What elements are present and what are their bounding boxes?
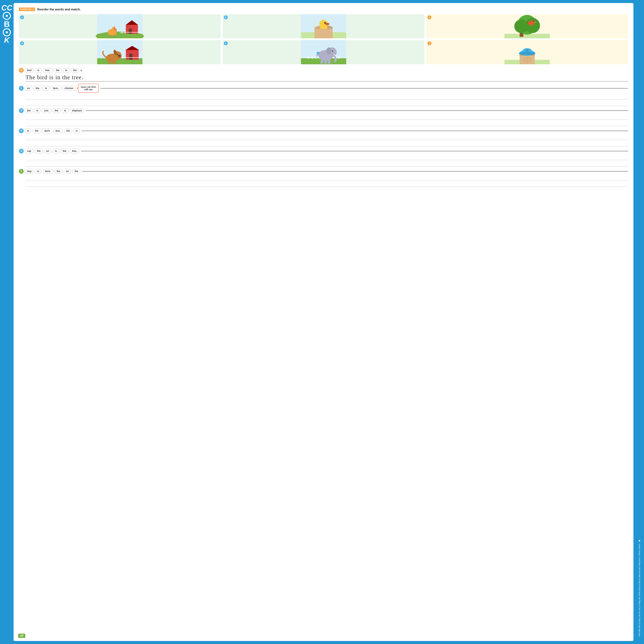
svg-point-51: [117, 54, 119, 55]
word-on-5: on: [64, 169, 71, 174]
word-is-4: is: [53, 149, 59, 153]
svg-point-26: [324, 22, 326, 24]
row-number-1: 1: [19, 86, 24, 91]
writing-lines-4: [26, 155, 628, 166]
logo-b: B: [4, 20, 10, 28]
word-bird: bird: [25, 68, 34, 73]
scene-c-svg: [426, 14, 628, 38]
right-sidebar-content: Build-up1B-Có đáp án (theo bộ sách Tiếng…: [638, 0, 641, 639]
image-label-d: d: [20, 41, 24, 45]
sentence-row-4: 4 cap the on is the box.: [19, 149, 628, 153]
word-on-1: on: [25, 86, 32, 91]
image-label-a: a: [20, 15, 24, 19]
svg-rect-77: [324, 59, 327, 64]
logo-dot2: [6, 31, 8, 33]
word-is-5: is: [35, 169, 42, 174]
scene-f-svg: [426, 40, 628, 64]
image-cell-e: e zoo: [223, 40, 425, 64]
word-the-3a: the: [32, 128, 41, 133]
row-number-2: 2: [19, 108, 24, 113]
image-cell-f: f: [426, 40, 628, 64]
word-is-1: is: [43, 86, 50, 91]
word-the-4b: the: [60, 149, 69, 153]
exercise-badge: EXERCISE 2: [19, 8, 35, 11]
writing-line-1b[interactable]: [26, 100, 628, 106]
word-is-2: is: [34, 108, 41, 113]
logo: C C B K: [1, 3, 12, 45]
writing-line-2a[interactable]: [26, 114, 628, 120]
page-number: 18: [18, 634, 25, 638]
right-text-line1: Build-up1B-Có đáp án (theo bộ sách Tiếng…: [638, 543, 641, 596]
svg-point-52: [118, 54, 119, 54]
svg-point-12: [114, 28, 115, 29]
word-the-4a: the: [35, 149, 43, 153]
writing-line-1a[interactable]: [26, 94, 628, 99]
answer-line-1: [100, 88, 628, 88]
word-the-2a: the: [25, 108, 33, 113]
logo-circle2: [3, 28, 11, 36]
logo-face-dot: [6, 15, 8, 17]
word-chicken-1: chicken: [62, 86, 76, 91]
word-tree: tree.: [43, 68, 53, 73]
writing-lines-1: [26, 94, 628, 106]
word-in-3: in: [25, 128, 32, 133]
svg-rect-56: [114, 61, 116, 64]
word-the-0b: the: [71, 68, 79, 73]
main-page: EXERCISE 2 Reorder the words and match. …: [14, 3, 633, 641]
speech-bubble: Quan sát hìnhviết câu: [78, 84, 99, 93]
writing-line-5a[interactable]: [26, 175, 628, 180]
svg-rect-2: [97, 34, 142, 38]
right-sidebar: Build-up1B-Có đáp án (theo bộ sách Tiếng…: [635, 0, 644, 644]
svg-point-88: [519, 52, 535, 55]
word-the-5b: the: [72, 169, 81, 174]
scene-b-svg: [223, 14, 425, 38]
sentence-row-2: 2 the is zoo. the in elephant: [19, 108, 628, 113]
writing-line-4a[interactable]: [26, 155, 628, 160]
example-letter: c: [81, 69, 82, 72]
image-label-e: e: [224, 41, 228, 45]
svg-point-36: [531, 20, 535, 24]
svg-rect-44: [129, 54, 133, 60]
image-cell-c: c: [426, 14, 628, 38]
row-number-5: 5: [19, 169, 24, 174]
logo-face-circle: [3, 12, 11, 20]
svg-point-87: [525, 49, 529, 52]
word-in-0: in: [63, 68, 70, 73]
exercise-instruction: Reorder the words and match.: [37, 8, 81, 11]
row-number-3: 3: [19, 128, 24, 133]
word-cap-4: cap: [25, 149, 34, 153]
answer-line-3: [82, 131, 628, 131]
svg-point-10: [112, 27, 116, 32]
svg-rect-54: [109, 61, 110, 64]
sentence-row-3: 3 in the duck box. the is: [19, 128, 628, 133]
word-dog-5: dog: [25, 169, 34, 174]
word-in-2: in: [62, 108, 69, 113]
answer-line-4: [81, 151, 628, 151]
example-row: 0 bird is tree. the in the c: [19, 68, 628, 73]
image-cell-d: d: [19, 40, 221, 64]
image-label-b: b: [224, 15, 228, 19]
writing-line-3a[interactable]: [26, 134, 628, 140]
writing-line-5b[interactable]: [26, 181, 628, 187]
image-cell-b: b: [223, 14, 425, 38]
svg-point-17: [115, 29, 117, 31]
right-text-line2: Phát triển vốn từ vựng, cấu trúc câu, kĩ…: [638, 597, 641, 636]
sentence-row-5: 5 dog is farm. the on the: [19, 169, 628, 174]
writing-line-3b[interactable]: [26, 141, 628, 146]
example-answer: The bird is in the tree.: [26, 74, 628, 81]
writing-lines-5: [26, 175, 628, 187]
images-grid: a: [19, 14, 628, 64]
svg-rect-55: [112, 61, 113, 64]
word-box-3: box.: [53, 128, 63, 133]
word-elephant-2: elephant: [70, 108, 84, 113]
word-the-1: the: [33, 86, 42, 91]
svg-point-75: [332, 51, 333, 51]
writing-line-4b[interactable]: [26, 161, 628, 166]
svg-point-27: [325, 22, 326, 23]
word-the-0: the: [53, 68, 62, 73]
svg-rect-78: [328, 59, 330, 64]
word-farm-5: farm.: [43, 169, 53, 174]
word-farm-1: farm.: [50, 86, 61, 91]
writing-line-2b[interactable]: [26, 121, 628, 126]
exercise-header: EXERCISE 2 Reorder the words and match.: [19, 8, 628, 11]
